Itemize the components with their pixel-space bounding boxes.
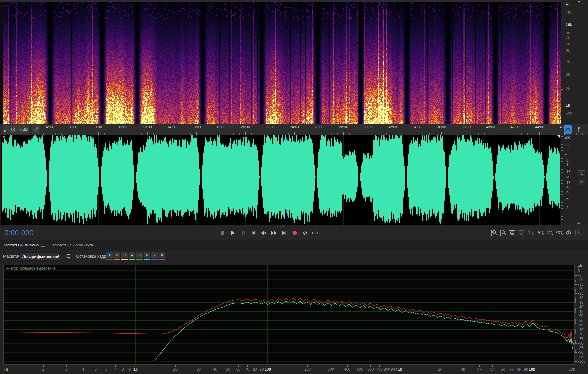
- y-tick-label: -55: [578, 319, 583, 323]
- x-tick-label: 60: [236, 367, 240, 371]
- spectral-left-gutter: [0, 2, 3, 124]
- time-label: 4:00: [46, 125, 53, 129]
- x-tick: [115, 365, 116, 367]
- copy-snapshot-button[interactable]: [66, 253, 72, 260]
- y-tick: [575, 293, 577, 294]
- gain-unit: dB: [23, 127, 28, 132]
- hold-button-5[interactable]: 5: [136, 252, 143, 260]
- y-tick: [575, 280, 577, 280]
- frequency-tick-label: 1k: [566, 103, 570, 108]
- ruler-tick: [221, 132, 221, 135]
- hold-button-6[interactable]: 6: [144, 252, 150, 260]
- amplitude-tick-ruler: [561, 135, 563, 225]
- monitor-button[interactable]: [564, 125, 572, 134]
- rewind-button[interactable]: [260, 229, 267, 237]
- zoom-in-vertical-button[interactable]: [489, 229, 498, 237]
- selection-handle-icon[interactable]: [3, 136, 6, 139]
- tab-frequency-analysis[interactable]: Частотный анализ: [3, 240, 46, 250]
- x-tick: [526, 365, 526, 367]
- x-tick-label: 4: [82, 367, 84, 371]
- zoom-to-selection-icon: [555, 229, 563, 237]
- stop-button[interactable]: [219, 229, 226, 237]
- x-tick: [519, 365, 519, 367]
- ruler-tick: [123, 132, 123, 135]
- ruler-tick: [172, 132, 172, 135]
- time-label: 10:00: [118, 125, 127, 129]
- frequency-tick-label: 4k: [566, 60, 570, 64]
- channel-left-button[interactable]: L: [578, 170, 585, 176]
- frequency-tick-label: 15k: [566, 11, 572, 15]
- amplitude-scale[interactable]: dB -3-6-9-12-18-∞-18-12-9-6-3 L R: [560, 135, 588, 225]
- hold-button-8[interactable]: 8: [159, 252, 165, 260]
- zoom-to-time-button[interactable]: [565, 229, 573, 237]
- x-tick-label: 30: [197, 367, 201, 371]
- x-tick: [215, 365, 215, 367]
- hold-color-bar: [151, 259, 158, 260]
- frequency-scale[interactable]: Hz 15k10k8k7k6k5k4k3k2k1k500: [561, 0, 588, 124]
- zoom-in-at-in-point-button[interactable]: [536, 229, 544, 237]
- hold-button-1[interactable]: 1: [106, 252, 113, 260]
- clip-gain-chip[interactable]: +0dB: [3, 125, 29, 134]
- y-tick: [575, 352, 577, 353]
- x-tick-label: 20k: [569, 367, 575, 371]
- play-button[interactable]: [229, 229, 236, 237]
- record-button[interactable]: [291, 229, 298, 237]
- x-tick: [130, 365, 130, 367]
- loop-playback-button[interactable]: [301, 229, 309, 237]
- zoom-out-vertical-button[interactable]: [499, 229, 507, 237]
- hold-color-bar: [129, 259, 135, 260]
- x-tick: [228, 365, 228, 367]
- loop-icon: [301, 229, 309, 237]
- skip-to-end-button[interactable]: [281, 229, 288, 237]
- pause-button[interactable]: [239, 229, 247, 237]
- time-label: 42:00: [511, 125, 520, 129]
- scale-select[interactable]: Логарифмический: [19, 252, 60, 261]
- waveform-display[interactable]: [0, 135, 560, 225]
- keyframe-pin-button[interactable]: [575, 125, 582, 134]
- hold-button-7[interactable]: 7: [151, 252, 158, 260]
- plot-x-axis: Гц 2345678910203040506070809010020030040…: [4, 365, 580, 374]
- skip-selection-button[interactable]: [312, 229, 319, 237]
- skip-to-start-button[interactable]: [250, 229, 257, 237]
- y-tick: [575, 275, 577, 276]
- timeline-ruler[interactable]: 2:004:006:008:0010:0012:0014:0016:0018:0…: [0, 124, 588, 135]
- plot-y-axis: дБ 0-5-10-15-20-25-30-35-40-45-50-55-60-…: [575, 265, 588, 366]
- channel-right-button[interactable]: R: [578, 179, 585, 185]
- x-tick: [572, 365, 572, 367]
- zoom-in-horizontal-button[interactable]: [508, 229, 516, 237]
- x-tick-label: 90: [260, 367, 264, 371]
- play-icon: [229, 229, 236, 237]
- time-label: 30:00: [364, 125, 373, 129]
- resize-handle-icon[interactable]: [557, 135, 560, 138]
- scale-menu-caret-icon[interactable]: [578, 1, 581, 3]
- hold-button-4[interactable]: 4: [129, 252, 135, 260]
- y-tick: [575, 303, 577, 303]
- headphones-icon: [565, 126, 571, 133]
- x-tick: [66, 365, 67, 367]
- zoom-in-at-out-point-button[interactable]: [546, 229, 554, 237]
- scale-caret-icon[interactable]: [577, 222, 580, 224]
- fast-forward-button[interactable]: [270, 229, 278, 237]
- playhead-time-display[interactable]: 0:00.000: [4, 225, 34, 240]
- x-axis-unit: Гц: [4, 367, 8, 371]
- zoom-reset-button[interactable]: [527, 229, 535, 237]
- audio-editor-window: { "window": {"app": "audio-editor", "bg"…: [0, 0, 588, 374]
- ruler-tick: [319, 132, 319, 135]
- zoom-to-selection-button[interactable]: [555, 229, 563, 237]
- x-tick-label: 5k: [490, 367, 494, 371]
- zoom-full-button[interactable]: [574, 229, 582, 237]
- y-axis-tick-ruler: [575, 266, 576, 362]
- rewind-icon: [260, 229, 267, 237]
- tab-amplitude-statistics[interactable]: Статистика Амплитуды: [49, 240, 95, 250]
- x-tick: [370, 365, 371, 367]
- ruler-tick: [147, 132, 148, 135]
- panel-focus-accent: [0, 135, 1, 225]
- frequency-tick: [561, 51, 563, 51]
- pin-button[interactable]: [32, 125, 40, 134]
- hold-button-2[interactable]: 2: [114, 252, 120, 260]
- y-tick: [575, 325, 577, 325]
- panel-menu-icon[interactable]: [41, 243, 45, 247]
- spectrogram-display[interactable]: [3, 2, 561, 124]
- hold-button-3[interactable]: 3: [121, 252, 128, 260]
- zoom-out-horizontal-button[interactable]: [518, 229, 526, 237]
